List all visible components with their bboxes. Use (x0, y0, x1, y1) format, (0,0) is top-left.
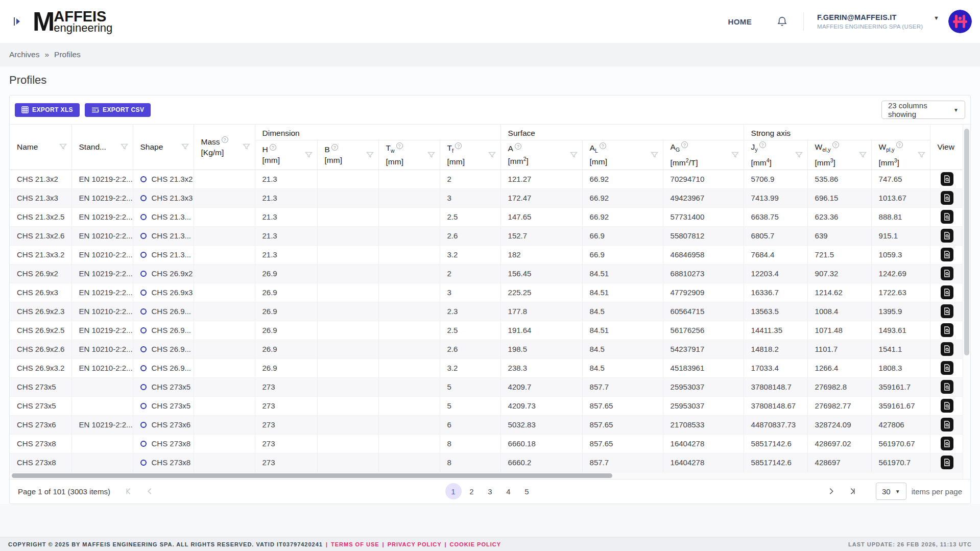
view-button[interactable] (941, 172, 953, 186)
filter-funnel-icon[interactable] (366, 151, 374, 159)
filter-funnel-icon[interactable] (304, 151, 313, 159)
view-button[interactable] (941, 342, 953, 356)
horizontal-scrollbar[interactable] (10, 472, 963, 479)
notifications-bell-icon[interactable] (776, 16, 788, 28)
column-header-standard[interactable]: Stand... (71, 125, 133, 170)
view-button[interactable] (941, 248, 953, 261)
user-menu-caret-icon[interactable]: ▼ (934, 15, 939, 21)
last-page-icon[interactable] (848, 487, 857, 496)
cell-mass (194, 340, 255, 358)
table-row: CHS 273x5CHS 273x527354209.73857.6525953… (10, 396, 964, 415)
cell-view (930, 358, 964, 377)
column-header-al[interactable]: AL?[mm] (582, 140, 663, 170)
footer-link-cookie-policy[interactable]: COOKIE POLICY (450, 541, 501, 547)
horizontal-scrollbar-thumb[interactable] (12, 473, 612, 478)
cell-b (317, 264, 378, 283)
cell-mass (194, 264, 255, 283)
view-button[interactable] (941, 361, 953, 375)
export-xls-button[interactable]: EXPORT XLS (15, 103, 80, 117)
cell-h: 21.3 (255, 245, 317, 264)
column-header-tf[interactable]: Tf?[mm] (440, 140, 500, 170)
filter-funnel-icon[interactable] (488, 151, 496, 159)
column-header-mass[interactable]: Mass?[Kg/m] (194, 125, 255, 170)
vertical-scrollbar[interactable] (963, 125, 970, 479)
footer-link-terms-of-use[interactable]: TERMS OF USE (331, 541, 379, 547)
column-header-wply[interactable]: Wpl,y?[mm3] (871, 140, 930, 170)
cell-al: 84.5 (582, 340, 663, 358)
nav-home-link[interactable]: HOME (728, 17, 752, 26)
cell-wely: 276982.8 (807, 377, 871, 396)
first-page-icon[interactable] (124, 487, 133, 496)
view-button[interactable] (941, 210, 953, 224)
view-button[interactable] (941, 304, 953, 318)
filter-funnel-icon[interactable] (650, 151, 659, 159)
page-number-5[interactable]: 5 (519, 483, 535, 499)
page-number-3[interactable]: 3 (482, 483, 498, 499)
filter-funnel-icon[interactable] (242, 142, 251, 151)
cell-jy: 14818.2 (744, 340, 807, 358)
table-row: CHS 26.9x3.2EN 10210-2:2...CHS 26.9...26… (10, 358, 964, 377)
view-button[interactable] (941, 456, 953, 469)
column-unit: [mm2/T] (671, 155, 698, 168)
column-header-wely[interactable]: Wel,y?[mm3] (807, 140, 871, 170)
filter-funnel-icon[interactable] (795, 151, 803, 159)
columns-visibility-select[interactable]: 23 columns showing ▼ (881, 101, 965, 119)
view-button[interactable] (941, 229, 953, 243)
page-number-1[interactable]: 1 (445, 483, 462, 499)
page-number-list: 12345 (445, 483, 535, 499)
cell-mass (194, 245, 255, 264)
next-page-icon[interactable] (828, 487, 835, 496)
cell-a: 198.5 (500, 340, 582, 358)
avatar[interactable] (948, 10, 972, 33)
items-per-page-label: items per page (912, 487, 962, 496)
filter-funnel-icon[interactable] (858, 151, 867, 159)
column-label: B?[mm] (325, 144, 342, 165)
vertical-scrollbar-thumb[interactable] (964, 129, 969, 355)
view-button[interactable] (941, 399, 953, 413)
column-header-jy[interactable]: Jy?[mm4] (744, 140, 807, 170)
filter-funnel-icon[interactable] (120, 142, 129, 151)
cell-wply: 359161.7 (871, 377, 930, 396)
filter-funnel-icon[interactable] (917, 151, 926, 159)
cell-wely: 639 (807, 226, 871, 245)
info-icon: ? (331, 144, 338, 151)
filter-funnel-icon[interactable] (731, 151, 739, 159)
cell-standard (71, 396, 133, 415)
filter-funnel-icon[interactable] (427, 151, 436, 159)
view-button[interactable] (941, 437, 953, 450)
cell-h: 273 (255, 377, 317, 396)
footer-link-privacy-policy[interactable]: PRIVACY POLICY (388, 541, 442, 547)
view-button[interactable] (941, 323, 953, 337)
filter-funnel-icon[interactable] (59, 142, 67, 151)
items-per-page-select[interactable]: 30 ▼ (876, 483, 906, 500)
cell-view (930, 245, 964, 264)
view-button[interactable] (941, 380, 953, 394)
view-button[interactable] (941, 191, 953, 205)
filter-funnel-icon[interactable] (569, 151, 578, 159)
column-header-b[interactable]: B?[mm] (317, 140, 378, 170)
column-header-name[interactable]: Name (10, 125, 71, 170)
column-header-shape[interactable]: Shape (133, 125, 194, 170)
cell-shape: CHS 21.3... (133, 226, 194, 245)
cell-tf: 2 (440, 170, 500, 188)
view-button[interactable] (941, 285, 953, 299)
page-number-4[interactable]: 4 (500, 483, 517, 499)
page-number-2[interactable]: 2 (464, 483, 480, 499)
user-menu[interactable]: F.GERIN@MAFFEIS.IT MAFFEIS ENGINEERING S… (817, 13, 924, 30)
view-button[interactable] (941, 418, 953, 432)
cell-al: 84.51 (582, 321, 663, 340)
filter-funnel-icon[interactable] (181, 142, 189, 151)
column-header-h[interactable]: H?[mm] (255, 140, 317, 170)
column-header-a[interactable]: A?[mm2] (500, 140, 582, 170)
cell-wely: 721.5 (807, 245, 871, 264)
breadcrumb-archives[interactable]: Archives (9, 50, 39, 59)
previous-page-icon[interactable] (146, 487, 153, 496)
column-header-tw[interactable]: Tw?[mm] (378, 140, 440, 170)
column-header-ag[interactable]: AG?[mm2/T] (663, 140, 744, 170)
cell-jy: 37808148.67 (744, 396, 807, 415)
shape-circle-icon (140, 365, 147, 371)
view-button[interactable] (941, 267, 953, 280)
cell-shape: CHS 273x5 (133, 377, 194, 396)
export-csv-button[interactable]: EXPORT CSV (85, 103, 151, 117)
sidebar-toggle-icon[interactable] (13, 16, 21, 27)
